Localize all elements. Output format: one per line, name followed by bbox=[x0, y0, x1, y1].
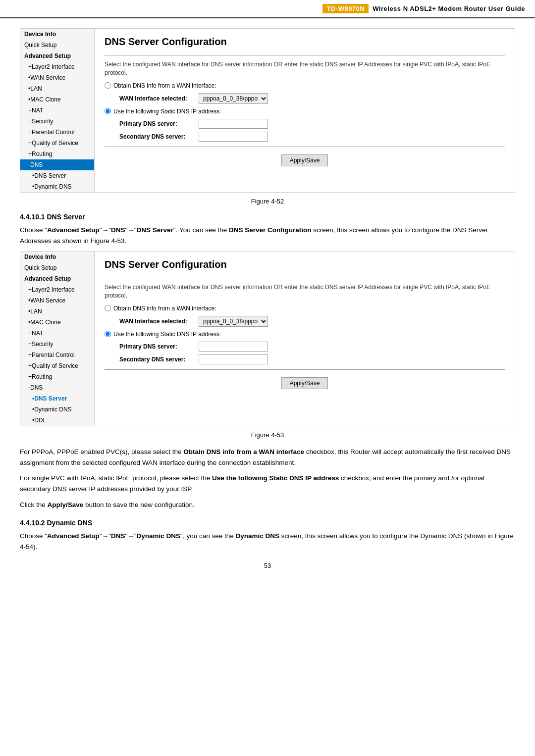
option-wan-label-1: Obtain DNS info from a WAN interface: bbox=[113, 82, 216, 89]
option-static-row-2: Use the following Static DNS IP address: bbox=[105, 331, 505, 338]
sidebar-wan-service-1[interactable]: •WAN Service bbox=[20, 72, 94, 83]
sidebar-qos-2[interactable]: +Quality of Service bbox=[20, 360, 94, 371]
sidebar-advanced-setup-1[interactable]: Advanced Setup bbox=[20, 50, 94, 61]
button-row-2: Apply/Save bbox=[105, 377, 505, 389]
page-header: TD-W8970N Wireless N ADSL2+ Modem Router… bbox=[0, 0, 535, 18]
section-4410-heading: 4.4.10.1 DNS Server bbox=[20, 213, 515, 221]
section-44102-intro: Choose "Advanced Setup"→"DNS"→"Dynamic D… bbox=[20, 531, 515, 552]
sidebar-layer2-2[interactable]: +Layer2 Interface bbox=[20, 284, 94, 295]
sidebar-parental-2[interactable]: +Parental Control bbox=[20, 350, 94, 360]
description-text-1: Select the configured WAN interface for … bbox=[105, 60, 505, 77]
sidebar-mac-clone-1[interactable]: •MAC Clone bbox=[20, 94, 94, 105]
dns-config-title-1: DNS Server Configuration bbox=[105, 36, 505, 48]
sidebar-device-info-2[interactable]: Device Info bbox=[20, 252, 94, 262]
radio-wan-2[interactable] bbox=[105, 305, 111, 311]
sidebar-ddl-2[interactable]: •DDL bbox=[20, 415, 94, 426]
wan-interface-select-1[interactable]: pppoa_0_0_38/pppoa0 bbox=[199, 93, 268, 104]
sidebar-parental-1[interactable]: +Parental Control bbox=[20, 127, 94, 138]
figure-53-caption: Figure 4-53 bbox=[20, 431, 515, 439]
figure-53-block: Device Info Quick Setup Advanced Setup +… bbox=[20, 251, 515, 426]
sidebar-routing-1[interactable]: +Routing bbox=[20, 149, 94, 159]
sidebar-layer2-1[interactable]: +Layer2 Interface bbox=[20, 61, 94, 72]
primary-dns-label-2: Primary DNS server: bbox=[119, 343, 199, 350]
sidebar-dns-1[interactable]: -DNS bbox=[20, 159, 94, 170]
sidebar-dns-server-1[interactable]: •DNS Server bbox=[20, 170, 94, 181]
sidebar-dynamic-dns-1[interactable]: •Dynamic DNS bbox=[20, 181, 94, 192]
radio-wan-1[interactable] bbox=[105, 82, 111, 89]
secondary-dns-label-2: Secondary DNS server: bbox=[119, 356, 199, 363]
body-text-ipoa: For single PVC with IPoA, static IPoE pr… bbox=[20, 473, 515, 494]
secondary-dns-row-1: Secondary DNS server: bbox=[119, 132, 505, 142]
wan-interface-label-1: WAN Interface selected: bbox=[119, 95, 199, 102]
radio-static-2[interactable] bbox=[105, 331, 111, 337]
figure-52-caption: Figure 4-52 bbox=[20, 198, 515, 205]
option-wan-row-1: Obtain DNS info from a WAN interface: bbox=[105, 82, 505, 89]
wan-interface-row-2: WAN Interface selected: pppoa_0_0_38/ppp… bbox=[119, 316, 505, 327]
option-wan-label-2: Obtain DNS info from a WAN interface: bbox=[113, 305, 216, 312]
option-static-label-1: Use the following Static DNS IP address: bbox=[113, 108, 221, 115]
apply-save-button-2[interactable]: Apply/Save bbox=[281, 377, 328, 389]
primary-dns-label-1: Primary DNS server: bbox=[119, 120, 199, 127]
primary-dns-input-1[interactable] bbox=[199, 119, 268, 129]
sidebar-advanced-setup-2[interactable]: Advanced Setup bbox=[20, 273, 94, 284]
sidebar-fig53: Device Info Quick Setup Advanced Setup +… bbox=[20, 252, 95, 426]
sidebar-nat-2[interactable]: +NAT bbox=[20, 328, 94, 339]
primary-dns-row-2: Primary DNS server: bbox=[119, 342, 505, 352]
figure-52-block: Device Info Quick Setup Advanced Setup +… bbox=[20, 28, 515, 193]
primary-dns-input-2[interactable] bbox=[199, 342, 268, 352]
sidebar-fig52: Device Info Quick Setup Advanced Setup +… bbox=[20, 29, 95, 192]
main-panel-fig52: DNS Server Configuration Select the conf… bbox=[95, 29, 515, 192]
sidebar-security-2[interactable]: +Security bbox=[20, 339, 94, 350]
sidebar-wan-service-2[interactable]: •WAN Service bbox=[20, 295, 94, 306]
secondary-dns-input-2[interactable] bbox=[199, 354, 268, 364]
radio-static-1[interactable] bbox=[105, 108, 111, 114]
page-number: 53 bbox=[20, 562, 515, 569]
secondary-dns-row-2: Secondary DNS server: bbox=[119, 354, 505, 364]
wan-interface-select-2[interactable]: pppoa_0_0_38/pppoa0 bbox=[199, 316, 268, 327]
sidebar-lan-2[interactable]: •LAN bbox=[20, 306, 94, 317]
sidebar-mac-clone-2[interactable]: •MAC Clone bbox=[20, 317, 94, 328]
option-static-row-1: Use the following Static DNS IP address: bbox=[105, 108, 505, 115]
secondary-dns-label-1: Secondary DNS server: bbox=[119, 133, 199, 140]
model-badge: TD-W8970N bbox=[322, 4, 369, 13]
wan-interface-row-1: WAN Interface selected: pppoa_0_0_38/ppp… bbox=[119, 93, 505, 104]
primary-dns-row-1: Primary DNS server: bbox=[119, 119, 505, 129]
option-static-label-2: Use the following Static DNS IP address: bbox=[113, 331, 221, 338]
section-44102-heading: 4.4.10.2 Dynamic DNS bbox=[20, 519, 515, 527]
sidebar-quick-setup-2[interactable]: Quick Setup bbox=[20, 262, 94, 273]
sidebar-dynamic-dns-2[interactable]: •Dynamic DNS bbox=[20, 404, 94, 415]
sidebar-dns-server-2[interactable]: •DNS Server bbox=[20, 393, 94, 404]
sidebar-routing-2[interactable]: +Routing bbox=[20, 371, 94, 382]
sidebar-device-info-1[interactable]: Device Info bbox=[20, 29, 94, 40]
apply-save-button-1[interactable]: Apply/Save bbox=[281, 154, 328, 166]
page-content: Device Info Quick Setup Advanced Setup +… bbox=[0, 18, 535, 579]
body-text-apply: Click the Apply/Save button to save the … bbox=[20, 500, 515, 510]
dns-config-title-2: DNS Server Configuration bbox=[105, 259, 505, 270]
sidebar-quick-setup-1[interactable]: Quick Setup bbox=[20, 40, 94, 50]
main-panel-fig53: DNS Server Configuration Select the conf… bbox=[95, 252, 515, 426]
description-text-2: Select the configured WAN interface for … bbox=[105, 283, 505, 300]
option-wan-row-2: Obtain DNS info from a WAN interface: bbox=[105, 305, 505, 312]
sidebar-lan-1[interactable]: •LAN bbox=[20, 83, 94, 94]
secondary-dns-input-1[interactable] bbox=[199, 132, 268, 142]
button-row-1: Apply/Save bbox=[105, 154, 505, 166]
guide-title: Wireless N ADSL2+ Modem Router User Guid… bbox=[373, 5, 525, 12]
sidebar-nat-1[interactable]: +NAT bbox=[20, 105, 94, 116]
section-4410-intro: Choose "Advanced Setup"→"DNS"→"DNS Serve… bbox=[20, 225, 515, 246]
wan-interface-label-2: WAN Interface selected: bbox=[119, 318, 199, 325]
body-text-pppoa: For PPPoA, PPPoE enabled PVC(s), please … bbox=[20, 447, 515, 468]
sidebar-security-1[interactable]: +Security bbox=[20, 116, 94, 127]
sidebar-dns-2[interactable]: -DNS bbox=[20, 382, 94, 393]
sidebar-qos-1[interactable]: +Quality of Service bbox=[20, 138, 94, 149]
